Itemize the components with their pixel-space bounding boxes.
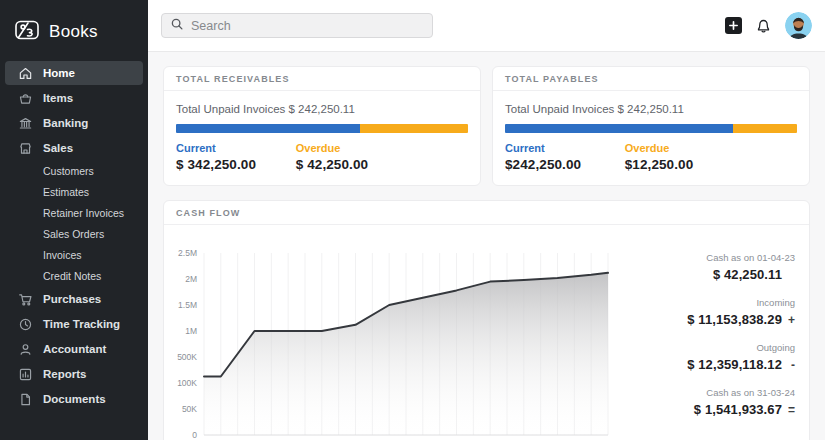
receivables-card-title: TOTAL RECEIVABLES	[164, 67, 480, 91]
person-icon	[17, 342, 33, 357]
stat-value: $ 11,153,838.29	[687, 312, 782, 327]
bank-icon	[17, 116, 33, 131]
stat-label: Outgoing	[756, 342, 795, 353]
sidebar-item-label: Retainer Invoices	[43, 207, 124, 219]
payables-card-title: TOTAL PAYABLES	[493, 67, 809, 91]
chart-icon	[17, 367, 33, 382]
app-logo[interactable]: Books	[0, 13, 148, 61]
app-window: Books HomeItemsBankingSalesCustomersEsti…	[0, 0, 825, 440]
sidebar-item-label: Invoices	[43, 249, 82, 261]
sidebar-item-label: Accountant	[43, 343, 106, 355]
receivables-overdue-label: Overdue	[296, 142, 368, 154]
payables-overdue-value: $12,250.00	[625, 157, 694, 172]
topbar-actions	[725, 12, 812, 39]
sidebar-item-label: Estimates	[43, 186, 89, 198]
sidebar-item-reports[interactable]: Reports	[5, 362, 143, 386]
cash-flow-stat-row: Cash as on 01-04-23$ 42,250.11	[706, 252, 795, 282]
sidebar-item-time-tracking[interactable]: Time Tracking	[5, 312, 143, 336]
payables-current-label: Current	[505, 142, 625, 154]
stat-label: Cash as on 31-03-24	[706, 387, 795, 398]
document-icon	[17, 392, 33, 407]
svg-text:2.5M: 2.5M	[178, 248, 197, 258]
home-icon	[17, 66, 33, 81]
stat-operator: =	[782, 403, 795, 417]
receivables-overdue-value: $ 42,250.00	[296, 157, 368, 172]
app-logo-label: Books	[49, 22, 98, 42]
stat-value: $ 1,541,933.67	[694, 402, 782, 417]
books-logo-icon	[14, 17, 40, 47]
receivables-subtitle: Total Unpaid Invoices $ 242,250.11	[176, 103, 468, 115]
sidebar-item-label: Items	[43, 92, 73, 104]
sidebar-item-estimates[interactable]: Estimates	[0, 182, 148, 203]
basket-icon	[17, 91, 33, 106]
sidebar-item-sales-orders[interactable]: Sales Orders	[0, 224, 148, 245]
payables-progress-bar	[505, 124, 797, 133]
search-icon	[170, 17, 184, 35]
sidebar-item-sales[interactable]: Sales	[5, 136, 143, 160]
payables-current-segment	[505, 124, 733, 133]
svg-text:1M: 1M	[185, 326, 197, 336]
sidebar-item-banking[interactable]: Banking	[5, 111, 143, 135]
sidebar-item-label: Banking	[43, 117, 88, 129]
stat-value: $ 12,359,118.12	[687, 357, 782, 372]
svg-text:500K: 500K	[177, 352, 197, 362]
payables-overdue-segment	[733, 124, 797, 133]
sidebar-item-documents[interactable]: Documents	[5, 387, 143, 411]
sidebar-item-label: Time Tracking	[43, 318, 120, 330]
stat-value: $ 42,250.11	[713, 267, 782, 282]
topbar	[148, 0, 825, 52]
receivables-current-value: $ 342,250.00	[176, 157, 296, 172]
sidebar-item-credit-notes[interactable]: Credit Notes	[0, 266, 148, 287]
plus-icon	[728, 20, 739, 31]
search-box[interactable]	[161, 13, 433, 38]
summary-cards-row: TOTAL RECEIVABLES Total Unpaid Invoices …	[163, 66, 810, 186]
receivables-current-label: Current	[176, 142, 296, 154]
sidebar-item-home[interactable]: Home	[5, 61, 143, 85]
sidebar-item-label: Home	[43, 67, 75, 79]
cash-flow-title: CASH FLOW	[164, 201, 809, 225]
payables-current-value: $242,250.00	[505, 157, 625, 172]
sidebar-item-label: Credit Notes	[43, 270, 101, 282]
notifications-button[interactable]	[755, 17, 772, 34]
sidebar-item-label: Purchases	[43, 293, 101, 305]
cash-flow-card: CASH FLOW 050K100K500K1M1.5M2M2.5MAPRMAY…	[163, 200, 810, 440]
cash-flow-chart: 050K100K500K1M1.5M2M2.5MAPRMAYJUNJULAUGS…	[168, 239, 613, 440]
sidebar-item-label: Reports	[43, 368, 86, 380]
cash-flow-stat-row: Outgoing$ 12,359,118.12-	[687, 342, 795, 372]
payables-subtitle: Total Unpaid Invoices $ 242,250.11	[505, 103, 797, 115]
svg-text:50K: 50K	[182, 404, 197, 414]
payables-overdue-label: Overdue	[625, 142, 694, 154]
total-payables-card: TOTAL PAYABLES Total Unpaid Invoices $ 2…	[492, 66, 810, 186]
stat-operator: +	[782, 313, 795, 327]
sidebar-item-items[interactable]: Items	[5, 86, 143, 110]
total-receivables-card: TOTAL RECEIVABLES Total Unpaid Invoices …	[163, 66, 481, 186]
quick-add-button[interactable]	[725, 17, 742, 34]
sidebar-item-customers[interactable]: Customers	[0, 161, 148, 182]
sidebar-item-label: Documents	[43, 393, 106, 405]
cash-flow-stat-row: Incoming$ 11,153,838.29+	[687, 297, 795, 327]
stat-label: Incoming	[756, 297, 795, 308]
svg-text:0: 0	[192, 430, 197, 440]
svg-text:1.5M: 1.5M	[178, 300, 197, 310]
sidebar: Books HomeItemsBankingSalesCustomersEsti…	[0, 0, 148, 440]
main-area: TOTAL RECEIVABLES Total Unpaid Invoices …	[148, 0, 825, 440]
dashboard-content: TOTAL RECEIVABLES Total Unpaid Invoices …	[148, 52, 825, 440]
svg-text:100K: 100K	[177, 378, 197, 388]
store-icon	[17, 141, 33, 156]
stat-operator: -	[782, 358, 795, 372]
search-input[interactable]	[191, 19, 424, 33]
cash-flow-stats: Cash as on 01-04-23$ 42,250.11Incoming$ …	[613, 225, 809, 440]
bell-icon	[755, 17, 772, 34]
sidebar-item-invoices[interactable]: Invoices	[0, 245, 148, 266]
sidebar-item-label: Sales	[43, 142, 73, 154]
sidebar-item-purchases[interactable]: Purchases	[5, 287, 143, 311]
svg-text:2M: 2M	[185, 274, 197, 284]
receivables-progress-bar	[176, 124, 468, 133]
sidebar-item-accountant[interactable]: Accountant	[5, 337, 143, 361]
user-avatar[interactable]	[785, 12, 812, 39]
sidebar-item-retainer-invoices[interactable]: Retainer Invoices	[0, 203, 148, 224]
cash-flow-stat-row: Cash as on 31-03-24$ 1,541,933.67=	[694, 387, 795, 417]
receivables-overdue-segment	[360, 124, 468, 133]
cart-icon	[17, 292, 33, 307]
clock-icon	[17, 317, 33, 332]
